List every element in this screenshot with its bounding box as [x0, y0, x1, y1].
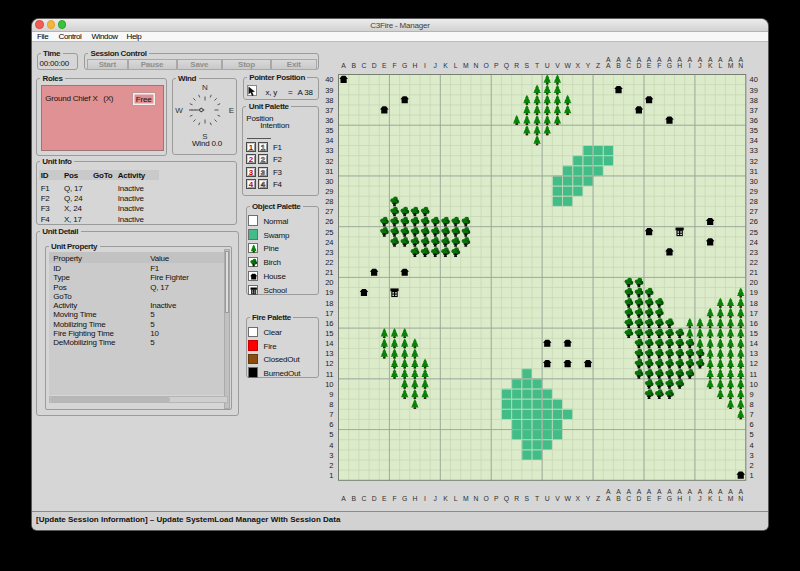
- svg-text:34: 34: [325, 136, 333, 145]
- svg-text:N: N: [474, 495, 479, 502]
- svg-text:E: E: [382, 62, 387, 69]
- svg-text:26: 26: [325, 217, 333, 226]
- svg-text:M: M: [728, 62, 734, 69]
- svg-text:B: B: [616, 62, 621, 69]
- svg-text:Y: Y: [586, 495, 591, 502]
- svg-text:P: P: [494, 62, 499, 69]
- svg-text:H: H: [412, 62, 417, 69]
- svg-text:38: 38: [750, 96, 758, 105]
- svg-text:15: 15: [750, 329, 758, 338]
- svg-text:I: I: [424, 62, 426, 69]
- svg-text:A: A: [657, 56, 662, 63]
- svg-text:10: 10: [750, 380, 758, 389]
- svg-text:T: T: [535, 495, 539, 502]
- svg-text:2: 2: [750, 461, 754, 470]
- svg-text:5: 5: [750, 430, 754, 439]
- svg-text:11: 11: [750, 370, 758, 379]
- svg-text:34: 34: [750, 136, 758, 145]
- svg-text:B: B: [351, 62, 356, 69]
- svg-text:25: 25: [325, 228, 333, 237]
- svg-text:C: C: [361, 495, 366, 502]
- svg-text:26: 26: [750, 217, 758, 226]
- svg-text:F: F: [657, 62, 661, 69]
- svg-text:17: 17: [750, 309, 758, 318]
- svg-text:33: 33: [750, 146, 758, 155]
- svg-text:37: 37: [325, 106, 333, 115]
- svg-text:24: 24: [750, 238, 758, 247]
- svg-text:22: 22: [750, 258, 758, 267]
- svg-text:L: L: [718, 62, 722, 69]
- svg-text:A: A: [637, 488, 642, 495]
- svg-text:X: X: [576, 62, 581, 69]
- svg-text:9: 9: [329, 390, 333, 399]
- svg-text:D: D: [636, 495, 641, 502]
- svg-text:K: K: [443, 495, 448, 502]
- svg-text:Z: Z: [596, 62, 600, 69]
- svg-text:21: 21: [750, 268, 758, 277]
- svg-text:N: N: [738, 495, 743, 502]
- svg-text:H: H: [677, 495, 682, 502]
- svg-text:A: A: [606, 56, 611, 63]
- svg-text:A: A: [708, 488, 713, 495]
- svg-text:A: A: [626, 56, 631, 63]
- svg-text:Z: Z: [596, 495, 600, 502]
- svg-text:30: 30: [750, 177, 758, 186]
- svg-text:G: G: [667, 495, 672, 502]
- svg-text:16: 16: [325, 319, 333, 328]
- svg-text:A: A: [718, 488, 723, 495]
- svg-text:A: A: [637, 56, 642, 63]
- svg-text:C: C: [626, 495, 631, 502]
- svg-text:C: C: [626, 62, 631, 69]
- svg-text:A: A: [738, 488, 743, 495]
- svg-text:39: 39: [325, 86, 333, 95]
- svg-text:40: 40: [325, 75, 333, 84]
- svg-text:14: 14: [750, 339, 758, 348]
- svg-text:31: 31: [325, 167, 333, 176]
- svg-text:C: C: [361, 62, 366, 69]
- svg-text:E: E: [382, 495, 387, 502]
- svg-text:T: T: [535, 62, 539, 69]
- svg-text:27: 27: [325, 207, 333, 216]
- svg-text:P: P: [494, 495, 499, 502]
- svg-text:H: H: [412, 495, 417, 502]
- svg-text:3: 3: [750, 451, 754, 460]
- svg-text:36: 36: [750, 116, 758, 125]
- svg-text:A: A: [657, 488, 662, 495]
- svg-text:A: A: [708, 56, 713, 63]
- svg-text:31: 31: [750, 167, 758, 176]
- svg-text:20: 20: [750, 278, 758, 287]
- svg-text:L: L: [718, 495, 722, 502]
- svg-text:19: 19: [325, 288, 333, 297]
- svg-text:8: 8: [750, 400, 754, 409]
- svg-text:20: 20: [325, 278, 333, 287]
- svg-text:J: J: [434, 495, 437, 502]
- svg-text:13: 13: [325, 349, 333, 358]
- svg-text:1: 1: [750, 471, 754, 480]
- svg-text:2: 2: [329, 461, 333, 470]
- svg-text:32: 32: [750, 157, 758, 166]
- svg-text:28: 28: [325, 197, 333, 206]
- svg-text:23: 23: [750, 248, 758, 257]
- svg-text:35: 35: [325, 126, 333, 135]
- svg-text:A: A: [728, 56, 733, 63]
- svg-text:J: J: [698, 495, 701, 502]
- svg-text:A: A: [626, 488, 631, 495]
- svg-text:36: 36: [325, 116, 333, 125]
- svg-text:4: 4: [329, 441, 333, 450]
- svg-text:A: A: [688, 488, 693, 495]
- svg-text:30: 30: [325, 177, 333, 186]
- svg-text:6: 6: [329, 420, 333, 429]
- svg-text:A: A: [341, 495, 346, 502]
- svg-text:32: 32: [325, 157, 333, 166]
- svg-text:F: F: [392, 62, 396, 69]
- svg-text:K: K: [708, 62, 713, 69]
- svg-text:15: 15: [325, 329, 333, 338]
- svg-text:7: 7: [750, 410, 754, 419]
- svg-text:10: 10: [325, 380, 333, 389]
- svg-text:W: W: [564, 62, 571, 69]
- svg-text:N: N: [474, 62, 479, 69]
- svg-text:M: M: [728, 495, 734, 502]
- svg-text:A: A: [606, 495, 611, 502]
- svg-text:A: A: [688, 56, 693, 63]
- svg-text:X: X: [576, 495, 581, 502]
